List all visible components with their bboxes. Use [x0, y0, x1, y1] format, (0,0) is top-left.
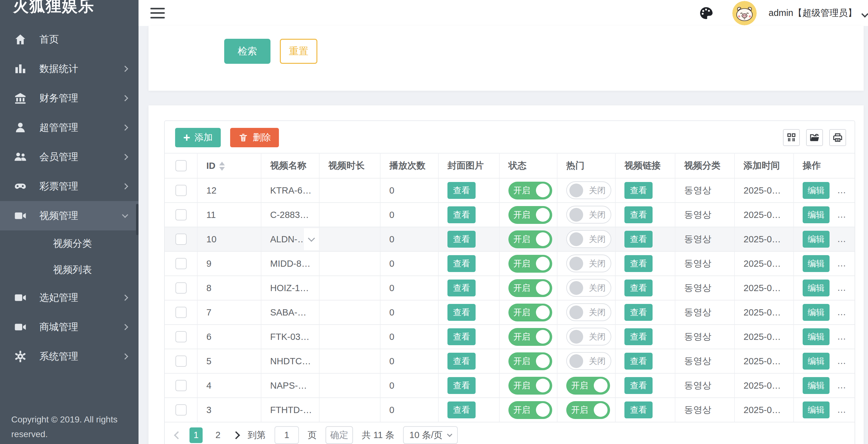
hot-toggle[interactable]: 关闭 — [566, 255, 611, 272]
hot-toggle[interactable]: 开启 — [566, 377, 610, 394]
status-toggle[interactable]: 开启 — [508, 352, 552, 370]
hot-toggle[interactable]: 关闭 — [566, 328, 611, 346]
column-settings-button[interactable] — [783, 129, 800, 146]
row-checkbox[interactable] — [176, 355, 187, 367]
view-cover-button[interactable]: 查看 — [447, 255, 475, 272]
row-checkbox[interactable] — [176, 258, 187, 269]
column-header-id[interactable]: ID — [197, 153, 261, 178]
view-link-button[interactable]: 查看 — [624, 353, 653, 370]
view-link-button[interactable]: 查看 — [624, 207, 653, 223]
sidebar-item-mall[interactable]: 商城管理 — [0, 312, 138, 342]
sidebar-scrollbar-thumb[interactable] — [136, 204, 138, 235]
user-avatar[interactable] — [732, 1, 757, 25]
expand-row-button[interactable] — [304, 228, 319, 250]
sidebar-item-home[interactable]: 首页 — [0, 25, 138, 54]
sidebar-item-statistics[interactable]: 数据统计 — [0, 54, 138, 84]
row-checkbox[interactable] — [176, 233, 187, 245]
next-page-icon[interactable] — [232, 431, 240, 439]
user-menu-chevron-down-icon[interactable] — [862, 10, 868, 18]
users-icon — [13, 150, 28, 164]
view-link-button[interactable]: 查看 — [624, 377, 653, 394]
status-toggle[interactable]: 开启 — [508, 304, 552, 321]
sidebar-item-video-category[interactable]: 视频分类 — [0, 230, 138, 257]
page-size-select[interactable]: 10 条/页 — [403, 426, 458, 444]
edit-button[interactable]: 编辑 — [803, 280, 830, 296]
view-link-button[interactable]: 查看 — [624, 255, 653, 272]
hot-toggle[interactable]: 关闭 — [566, 279, 611, 297]
sidebar-item-concubine[interactable]: 选妃管理 — [0, 283, 138, 312]
status-toggle[interactable]: 开启 — [508, 377, 552, 394]
hot-toggle[interactable]: 开启 — [566, 401, 610, 419]
status-toggle[interactable]: 开启 — [508, 230, 552, 248]
select-all-checkbox[interactable] — [176, 160, 187, 171]
page-button-2[interactable]: 2 — [211, 427, 224, 443]
row-checkbox[interactable] — [176, 404, 187, 416]
hot-toggle[interactable]: 关闭 — [566, 230, 611, 248]
row-checkbox[interactable] — [176, 185, 187, 196]
hot-toggle[interactable]: 关闭 — [566, 206, 611, 224]
status-toggle[interactable]: 开启 — [508, 206, 552, 224]
view-cover-button[interactable]: 查看 — [447, 402, 475, 418]
status-toggle[interactable]: 开启 — [508, 328, 552, 346]
view-cover-button[interactable]: 查看 — [447, 231, 475, 248]
edit-button[interactable]: 编辑 — [803, 231, 830, 248]
sidebar-item-lottery[interactable]: 彩票管理 — [0, 172, 138, 201]
edit-button[interactable]: 编辑 — [803, 182, 830, 199]
reset-button[interactable]: 重置 — [280, 39, 317, 64]
sidebar-item-video[interactable]: 视频管理 — [0, 201, 138, 230]
export-button[interactable] — [806, 129, 823, 146]
edit-button[interactable]: 编辑 — [803, 353, 830, 370]
view-link-button[interactable]: 查看 — [624, 182, 653, 199]
print-button[interactable] — [829, 129, 846, 146]
view-cover-button[interactable]: 查看 — [447, 328, 475, 345]
edit-button[interactable]: 编辑 — [803, 328, 830, 345]
row-checkbox[interactable] — [176, 307, 187, 318]
edit-button[interactable]: 编辑 — [803, 402, 830, 418]
row-checkbox[interactable] — [176, 331, 187, 342]
view-cover-button[interactable]: 查看 — [447, 304, 475, 321]
row-checkbox[interactable] — [176, 282, 187, 294]
cell-link: 查看 — [615, 202, 675, 227]
hot-toggle[interactable]: 关闭 — [566, 181, 611, 199]
confirm-button[interactable]: 确定 — [326, 426, 353, 444]
username-text[interactable]: admin【超级管理员】 — [769, 7, 857, 20]
row-checkbox[interactable] — [176, 380, 187, 391]
view-link-button[interactable]: 查看 — [624, 280, 653, 296]
view-link-button[interactable]: 查看 — [624, 402, 653, 418]
theme-palette-icon[interactable] — [699, 6, 714, 21]
view-link-button[interactable]: 查看 — [624, 304, 653, 321]
edit-button[interactable]: 编辑 — [803, 207, 830, 223]
hot-toggle[interactable]: 关闭 — [566, 352, 611, 370]
row-checkbox[interactable] — [176, 209, 187, 220]
view-link-button[interactable]: 查看 — [624, 328, 653, 345]
status-toggle[interactable]: 开启 — [508, 255, 552, 273]
search-button[interactable]: 检索 — [224, 39, 271, 64]
cell-category: 동영상 — [675, 251, 735, 276]
status-toggle[interactable]: 开启 — [508, 182, 552, 199]
page-button-1[interactable]: 1 — [189, 427, 203, 443]
add-button[interactable]: + 添加 — [175, 128, 221, 147]
sidebar-item-system[interactable]: 系统管理 — [0, 342, 138, 371]
sidebar-item-members[interactable]: 会员管理 — [0, 142, 138, 172]
cell-id: 4 — [197, 373, 261, 398]
hot-toggle[interactable]: 关闭 — [566, 303, 611, 321]
view-link-button[interactable]: 查看 — [624, 231, 653, 248]
view-cover-button[interactable]: 查看 — [447, 353, 475, 370]
sidebar-item-video-list[interactable]: 视频列表 — [0, 257, 138, 283]
delete-button[interactable]: 删除 — [230, 128, 279, 147]
sidebar-item-finance[interactable]: 财务管理 — [0, 84, 138, 113]
edit-button[interactable]: 编辑 — [803, 255, 830, 272]
prev-page-icon[interactable] — [174, 431, 182, 439]
status-toggle[interactable]: 开启 — [508, 279, 552, 297]
view-cover-button[interactable]: 查看 — [447, 377, 475, 394]
sort-icon[interactable] — [219, 162, 225, 171]
sidebar-item-superadmin[interactable]: 超管管理 — [0, 113, 138, 142]
view-cover-button[interactable]: 查看 — [447, 207, 475, 223]
view-cover-button[interactable]: 查看 — [447, 280, 475, 296]
hamburger-menu-icon[interactable] — [150, 8, 165, 19]
edit-button[interactable]: 编辑 — [803, 304, 830, 321]
view-cover-button[interactable]: 查看 — [447, 182, 475, 199]
status-toggle[interactable]: 开启 — [508, 401, 552, 419]
goto-page-input[interactable] — [275, 426, 299, 444]
edit-button[interactable]: 编辑 — [803, 377, 830, 394]
